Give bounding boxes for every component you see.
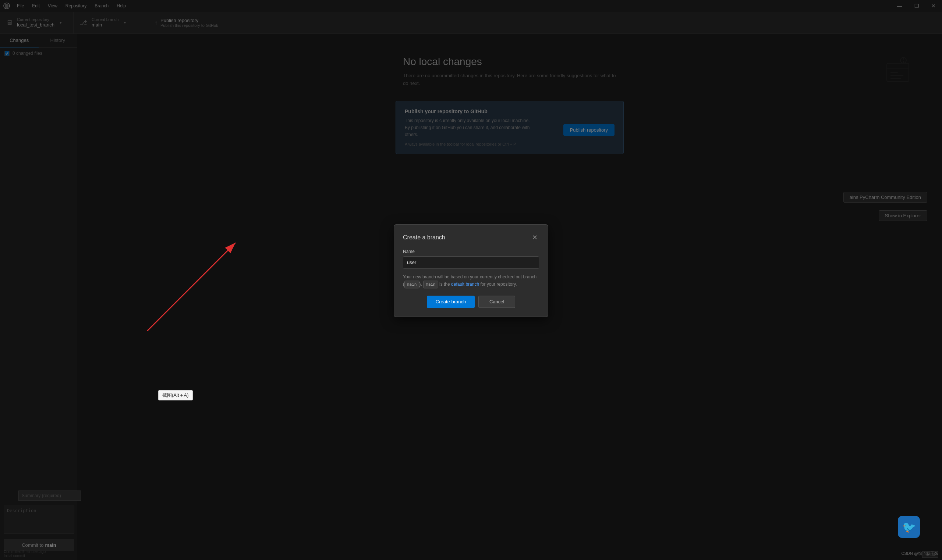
dialog-title: Create a branch bbox=[403, 234, 445, 241]
create-branch-dialog: Create a branch ✕ Name Your new branch w… bbox=[394, 224, 548, 317]
bird-icon: 🐦 bbox=[898, 516, 920, 538]
dialog-close-button[interactable]: ✕ bbox=[530, 234, 539, 242]
dialog-branch-badge-2: main bbox=[423, 280, 438, 289]
dialog-info-text-3: is the bbox=[438, 282, 451, 287]
screenshot-tooltip: 截图(Alt＋A) bbox=[158, 390, 193, 400]
dialog-branch-badge-1: main bbox=[404, 280, 419, 289]
dialog-info-text-4: for your repository. bbox=[479, 282, 516, 287]
dialog-info: Your new branch will be based on your cu… bbox=[403, 274, 539, 289]
dialog-info-text-2: ). bbox=[419, 282, 424, 287]
dialog-default-branch-link[interactable]: default branch bbox=[451, 282, 479, 287]
cancel-button[interactable]: Cancel bbox=[478, 296, 515, 308]
dialog-name-label: Name bbox=[403, 249, 539, 254]
dialog-name-input[interactable] bbox=[403, 256, 539, 268]
dialog-header: Create a branch ✕ bbox=[403, 234, 539, 242]
create-branch-button[interactable]: Create branch bbox=[427, 296, 475, 308]
csdn-badge: CSDN @饿了就干饭 bbox=[902, 551, 938, 556]
dialog-actions: Create branch Cancel bbox=[403, 296, 539, 308]
